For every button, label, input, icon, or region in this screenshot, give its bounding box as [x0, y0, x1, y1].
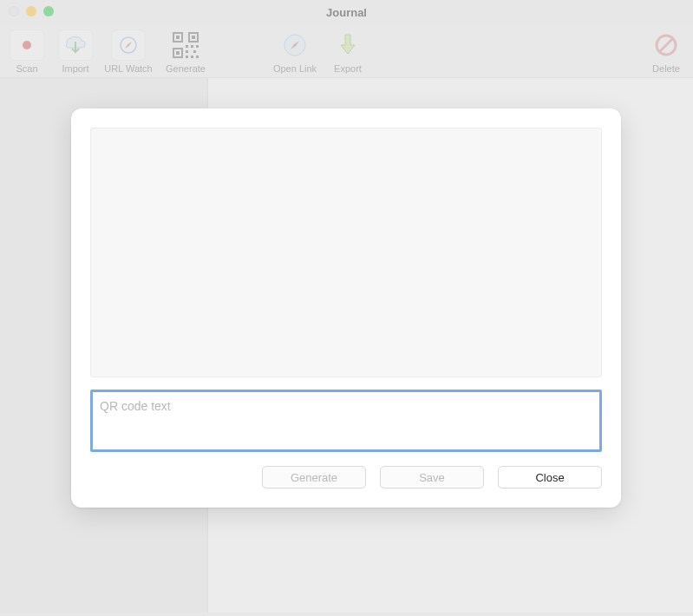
svg-rect-13 [186, 56, 188, 58]
modal-button-row: Generate Save Close [90, 466, 602, 488]
toolbar-urlwatch-label: URL Watch [104, 63, 152, 74]
toolbar-delete[interactable]: Delete [644, 29, 688, 74]
close-window-button[interactable] [9, 6, 19, 16]
toolbar-openlink-label: Open Link [273, 63, 317, 74]
qr-preview-area [90, 128, 602, 377]
toolbar-scan-label: Scan [16, 63, 37, 74]
generate-modal: Generate Save Close [71, 108, 621, 508]
record-icon [10, 29, 44, 61]
toolbar-openlink[interactable]: Open Link [269, 29, 321, 74]
svg-line-18 [660, 39, 672, 51]
safari-icon [278, 29, 312, 61]
svg-rect-14 [191, 56, 193, 58]
svg-rect-15 [196, 56, 199, 58]
traffic-lights [9, 6, 54, 16]
qr-icon [168, 29, 203, 61]
svg-rect-12 [193, 50, 196, 53]
minimize-window-button[interactable] [26, 6, 36, 16]
toolbar-urlwatch[interactable]: URL Watch [102, 29, 154, 74]
qr-text-input[interactable] [90, 390, 602, 452]
toolbar-delete-label: Delete [652, 63, 680, 74]
svg-rect-9 [191, 45, 193, 48]
zoom-window-button[interactable] [43, 6, 54, 16]
window-title: Journal [326, 6, 367, 19]
svg-rect-11 [186, 50, 188, 53]
svg-rect-3 [176, 36, 180, 39]
titlebar: Journal [0, 0, 693, 24]
svg-rect-8 [186, 45, 188, 48]
svg-point-0 [23, 41, 31, 49]
svg-rect-10 [196, 45, 199, 48]
toolbar-export[interactable]: Export [326, 29, 369, 74]
toolbar-import[interactable]: Import [54, 29, 97, 74]
toolbar: Scan Import URL Watch Generate [0, 24, 693, 78]
toolbar-import-label: Import [62, 63, 88, 74]
generate-button[interactable]: Generate [262, 466, 366, 488]
compass-icon [111, 29, 146, 61]
toolbar-generate[interactable]: Generate [160, 29, 212, 74]
toolbar-generate-label: Generate [166, 63, 206, 74]
delete-icon [649, 29, 683, 61]
toolbar-scan[interactable]: Scan [5, 29, 49, 74]
import-icon [58, 29, 93, 61]
svg-rect-7 [176, 51, 180, 55]
svg-rect-5 [192, 36, 195, 39]
export-icon [330, 29, 365, 61]
toolbar-export-label: Export [334, 63, 362, 74]
close-button[interactable]: Close [498, 466, 602, 488]
save-button[interactable]: Save [380, 466, 484, 488]
